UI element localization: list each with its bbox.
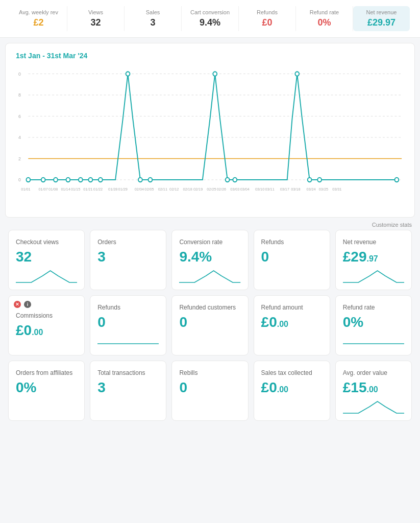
svg-text:01/08: 01/08 <box>48 186 58 191</box>
stat-card-conversion-rate-value: 9.4% <box>179 250 240 264</box>
mini-chart-conversion-rate <box>179 268 240 283</box>
chart-section: 1st Jan - 31st Mar '24 0 8 6 4 2 0 <box>5 43 415 218</box>
svg-point-21 <box>149 178 153 182</box>
stat-card-rebills-value: 0 <box>179 381 240 395</box>
svg-text:03/24: 03/24 <box>306 186 315 191</box>
net-revenue-main: £29 <box>343 249 367 265</box>
stat-card-refund-rate-label: Refund rate <box>343 304 404 311</box>
customize-stats-button[interactable]: Customize stats <box>372 222 412 228</box>
svg-text:02/04: 02/04 <box>135 186 144 191</box>
stat-card-total-transactions-value: 3 <box>97 381 159 395</box>
stat-card-net-revenue: Net revenue £29.97 <box>335 230 412 290</box>
stat-card-orders: Orders 3 <box>90 230 166 290</box>
top-stat-refunds: Refunds £0 <box>239 6 296 31</box>
stat-card-orders-value: 3 <box>97 250 159 264</box>
stat-card-avg-order: Avg. order value £15.00 <box>335 361 412 421</box>
svg-text:03/17: 03/17 <box>280 186 289 191</box>
svg-text:8: 8 <box>18 92 21 98</box>
stat-card-commissions-label: Commissions <box>16 312 77 319</box>
top-stat-net-revenue: Net revenue £29.97 <box>353 6 410 31</box>
stat-card-sales-tax: Sales tax collected £0.00 <box>254 361 330 421</box>
stats-grid-row3: Orders from affiliates 0% Total transact… <box>5 361 415 421</box>
svg-point-27 <box>126 72 130 76</box>
svg-text:01/22: 01/22 <box>93 186 103 191</box>
svg-text:01/07: 01/07 <box>39 186 48 191</box>
svg-text:03/03: 03/03 <box>230 186 239 191</box>
top-stat-refund-rate: Refund rate 0% <box>296 6 353 31</box>
svg-text:2: 2 <box>18 156 21 161</box>
top-stat-views-label: Views <box>71 9 120 15</box>
stat-card-total-transactions: Total transactions 3 <box>90 361 166 421</box>
stats-grid-row1: Checkout views 32 Orders 3 Conversion ra… <box>5 230 415 290</box>
svg-text:0: 0 <box>18 71 21 76</box>
mini-chart-net-revenue <box>343 268 404 283</box>
top-stat-sales-value: 3 <box>129 17 177 28</box>
stat-card-refund-rate-value: 0% <box>343 315 404 329</box>
top-stat-sales-label: Sales <box>129 9 177 15</box>
stat-card-refund-amount: Refund amount £0.00 <box>254 295 330 355</box>
chart-title: 1st Jan - 31st Mar '24 <box>16 52 404 60</box>
top-stats-bar: Avg. weekly rev £2 Views 32 Sales 3 Cart… <box>0 0 420 38</box>
stat-card-commissions: ✕ i Commissions £0.00 <box>8 295 85 355</box>
top-stat-cart-conversion-label: Cart conversion <box>186 9 234 15</box>
stat-card-checkout-views-value: 32 <box>16 250 77 264</box>
svg-point-16 <box>66 178 70 182</box>
stat-card-refunds-label: Refunds <box>261 239 323 246</box>
stats-grid-row2: ✕ i Commissions £0.00 Refunds 0 Refunded… <box>5 295 415 355</box>
chart-container: 0 8 6 4 2 0 <box>16 66 404 209</box>
svg-point-25 <box>317 178 322 182</box>
stat-card-sales-tax-value: £0.00 <box>261 381 323 395</box>
svg-text:4: 4 <box>18 135 21 140</box>
stat-card-commissions-value: £0.00 <box>16 323 77 338</box>
svg-text:01/14: 01/14 <box>61 186 70 191</box>
svg-point-22 <box>226 178 230 182</box>
stat-card-orders-affiliates: Orders from affiliates 0% <box>8 361 85 421</box>
top-stat-refunds-label: Refunds <box>243 9 291 15</box>
stat-card-rebills: Rebills 0 <box>171 361 248 421</box>
stat-card-refund-rate: Refund rate 0% <box>335 295 412 355</box>
svg-text:01/15: 01/15 <box>71 186 80 191</box>
top-stat-cart-conversion: Cart conversion 9.4% <box>182 6 239 31</box>
stat-card-refunds2: Refunds 0 <box>90 295 166 355</box>
svg-text:01/28: 01/28 <box>108 186 117 191</box>
top-stat-refund-rate-value: 0% <box>300 17 349 28</box>
svg-text:01/01: 01/01 <box>21 186 30 191</box>
svg-text:02/18: 02/18 <box>183 186 192 191</box>
line-chart-svg: 0 8 6 4 2 0 <box>16 66 404 209</box>
svg-text:0: 0 <box>18 177 21 182</box>
stat-card-checkout-views-label: Checkout views <box>16 239 77 246</box>
stat-card-conversion-rate: Conversion rate 9.4% <box>171 230 248 290</box>
svg-point-28 <box>213 72 217 76</box>
mini-chart-checkout-views <box>16 268 77 283</box>
svg-text:6: 6 <box>18 113 21 118</box>
svg-text:01/21: 01/21 <box>83 186 92 191</box>
stat-card-net-revenue-label: Net revenue <box>343 239 404 246</box>
stat-card-sales-tax-label: Sales tax collected <box>261 369 323 376</box>
top-stat-net-revenue-value: £29.97 <box>357 17 406 28</box>
top-stat-net-revenue-label: Net revenue <box>357 9 406 15</box>
mini-chart-refund-rate <box>343 334 404 349</box>
top-stat-refunds-value: £0 <box>243 17 291 28</box>
stat-card-total-transactions-label: Total transactions <box>97 369 159 376</box>
stat-card-refunded-customers-label: Refunded customers <box>179 304 240 311</box>
stat-card-orders-affiliates-value: 0% <box>16 381 77 395</box>
svg-text:02/11: 02/11 <box>158 186 167 191</box>
svg-point-26 <box>394 178 399 182</box>
svg-point-29 <box>295 72 299 76</box>
top-stat-views-value: 32 <box>71 17 120 28</box>
customize-row: Customize stats <box>0 218 420 230</box>
stat-card-refunds-value: 0 <box>261 250 323 264</box>
stat-card-refunds2-label: Refunds <box>97 304 159 311</box>
stat-card-net-revenue-value: £29.97 <box>343 250 404 264</box>
svg-text:03/11: 03/11 <box>265 186 274 191</box>
svg-text:03/10: 03/10 <box>255 186 264 191</box>
svg-text:02/05: 02/05 <box>144 186 154 191</box>
svg-point-17 <box>79 178 83 182</box>
net-revenue-sub: .97 <box>367 254 378 263</box>
mini-chart-refunds <box>97 334 159 349</box>
svg-text:03/31: 03/31 <box>332 186 341 191</box>
svg-point-23 <box>233 178 237 182</box>
stat-card-refunds2-value: 0 <box>97 315 159 329</box>
svg-point-19 <box>98 178 103 182</box>
stat-card-refunds: Refunds 0 <box>254 230 330 290</box>
